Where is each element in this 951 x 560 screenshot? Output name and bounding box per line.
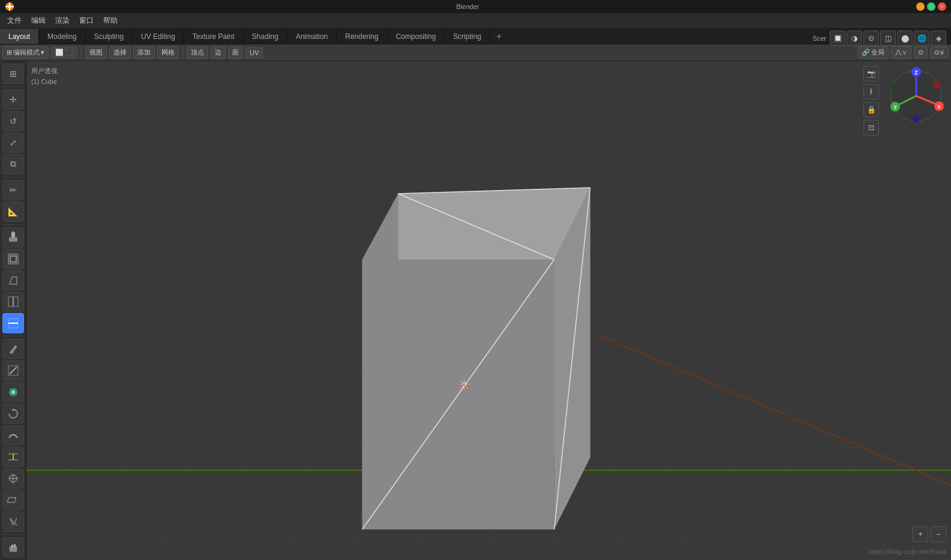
walk-navigate-icon[interactable]: 🚶 [863,84,879,100]
object-name-label: (1) Cube [31,77,58,88]
viewport-bottom-icons: + − [913,526,946,542]
tab-uv-editing[interactable]: UV Editing [133,29,184,44]
window-title: Blender [19,3,916,10]
tool-transform[interactable]: ⧉ [2,154,24,174]
mode-label: 编辑模式 [13,48,40,57]
select-menu[interactable]: 选择 [109,46,131,59]
sep2 [182,47,183,59]
svg-rect-6 [9,237,17,242]
vertex-mode[interactable]: 顶点 [187,46,208,59]
tool-annotate[interactable]: ✏ [2,180,24,200]
frame-selected-icon[interactable]: ⊡ [863,120,879,136]
scene-settings-icon[interactable]: ⬤ [897,31,913,46]
snap-button[interactable]: 🔗 全局 [857,46,889,59]
svg-rect-7 [11,233,15,237]
svg-text:Y: Y [893,104,897,110]
tool-measure[interactable]: 📐 [2,201,24,222]
close-button[interactable]: ✕ [938,2,946,11]
add-menu[interactable]: 添加 [133,46,155,59]
tool-extrude[interactable] [2,227,24,248]
svg-rect-4 [5,6,8,7]
menu-render[interactable]: 渲染 [50,14,74,27]
tool-poly-build[interactable] [2,382,24,402]
svg-point-17 [11,390,15,394]
svg-point-41 [934,82,941,89]
viewport-gizmo[interactable]: Z X Y [886,66,946,126]
overlay-icon[interactable]: ⊙ [863,31,879,46]
camera-view-icon[interactable]: 📷 [863,66,879,82]
lock-camera-icon[interactable]: 🔒 [863,102,879,118]
svg-text:X: X [937,104,941,110]
viewport-shading-icon[interactable]: ◑ [847,31,862,46]
proportional-edit[interactable]: 八∨ [891,46,911,59]
tab-layout[interactable]: Layout [0,29,39,44]
tool-bevel[interactable] [2,270,24,291]
tab-sculpting[interactable]: Sculpting [86,29,133,44]
tool-knife[interactable] [2,339,24,359]
tab-animation[interactable]: Animation [287,29,337,44]
tab-shading[interactable]: Shading [244,29,287,44]
tool-smooth-vertex[interactable] [2,425,24,445]
tool-grab[interactable] [2,537,24,558]
menu-bar: 文件 编辑 渲染 窗口 帮助 [0,13,951,29]
tool-shrink-fatten[interactable] [2,468,24,489]
tab-modeling[interactable]: Modeling [39,29,86,44]
menu-file[interactable]: 文件 [2,14,26,27]
tool-bisect[interactable] [2,360,24,381]
render-preview-icon[interactable]: 🔲 [830,31,845,46]
mode-selector[interactable]: ⊞ 编辑模式 ▾ [2,46,49,59]
tool-loop-cut[interactable] [2,292,24,312]
xray-icon[interactable]: ◫ [880,31,896,46]
svg-point-39 [913,115,920,122]
uv-mode[interactable]: UV [245,47,263,58]
face-mode[interactable]: 面 [228,46,243,59]
menu-help[interactable]: 帮助 [98,14,122,27]
edge-mode[interactable]: 边 [211,46,226,59]
tool-select-box[interactable]: ⊞ [2,64,24,84]
viewport-label: 用户透视 (1) Cube [31,66,58,87]
svg-rect-3 [9,8,10,11]
tool-inset[interactable] [2,249,24,269]
snap-settings[interactable]: ⊙∨ [930,47,949,58]
wire-icon: ⬛ [65,49,73,56]
tool-spin[interactable] [2,404,24,424]
tool-scale[interactable]: ⤢ [2,133,24,153]
sep2 [2,177,23,177]
blender-logo [5,2,14,11]
toolbar2: ⊞ 编辑模式 ▾ ⬜ ⬛ 视图 选择 添加 网格 顶点 边 面 UV 🔗 全局 … [0,44,951,61]
sep4 [2,336,23,336]
tab-rendering[interactable]: Rendering [337,29,387,44]
mesh-menu[interactable]: 网格 [157,46,179,59]
sep5 [2,534,23,535]
view-mode-icons[interactable]: ⬜ ⬛ [51,47,77,58]
view-menu[interactable]: 视图 [85,46,107,59]
tool-active[interactable] [2,313,24,333]
world-icon[interactable]: 🌐 [914,31,929,46]
object-icon[interactable]: ◈ [931,31,946,46]
tab-texture-paint[interactable]: Texture Paint [184,29,244,44]
tab-compositing[interactable]: Compositing [388,29,445,44]
zoom-in-icon[interactable]: + [913,526,928,542]
add-workspace-button[interactable]: + [490,29,508,44]
tool-move[interactable]: ✛ [2,89,24,110]
svg-rect-25 [7,498,16,502]
sep3 [2,224,23,225]
scene-label: Scer [812,35,826,42]
viewport[interactable]: 用户透视 (1) Cube 📷 🚶 🔒 ⊡ Z X [26,61,951,560]
tool-edge-slide[interactable] [2,447,24,467]
svg-rect-28 [14,544,16,547]
tool-rotate[interactable]: ↺ [2,111,24,131]
tab-scripting[interactable]: Scripting [445,29,490,44]
left-toolbar: ⊞ ✛ ↺ ⤢ ⧉ ✏ 📐 [0,61,26,560]
zoom-out-icon[interactable]: − [931,526,946,542]
menu-window[interactable]: 窗口 [74,14,98,27]
tool-shear[interactable] [2,490,24,510]
window-controls: — □ ✕ [916,2,946,11]
svg-rect-2 [9,2,10,5]
snap-toggle[interactable]: ⊙ [914,47,928,58]
minimize-button[interactable]: — [916,2,925,11]
tool-rip[interactable] [2,511,24,532]
menu-edit[interactable]: 编辑 [26,14,50,27]
url-watermark: https://blog.csdn.net/fruiva [869,548,946,555]
maximize-button[interactable]: □ [927,2,935,11]
